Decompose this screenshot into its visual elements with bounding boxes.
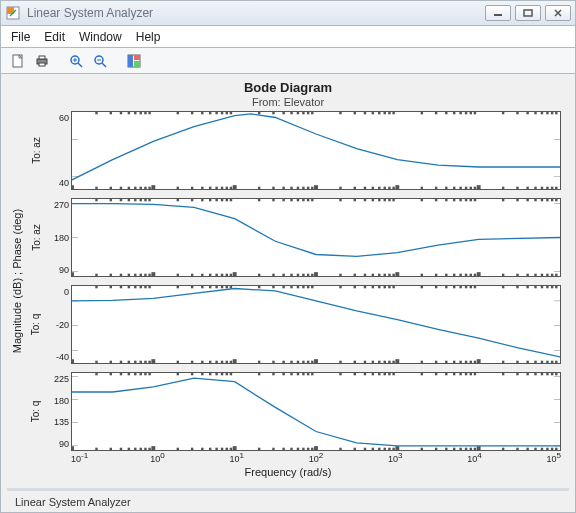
y-ticks: 6040 [45, 111, 71, 190]
y-ticks: 22518013590 [45, 372, 71, 451]
window-title: Linear System Analyzer [27, 6, 479, 20]
chart-panel: To: az27018090 [27, 198, 561, 277]
plot-panel[interactable] [71, 285, 561, 364]
panel-row-label: To: q [27, 372, 45, 451]
titlebar: Linear System Analyzer [0, 0, 576, 26]
svg-rect-7 [39, 63, 45, 66]
y-ticks: 0-20-40 [45, 285, 71, 364]
chart-title: Bode Diagram [7, 80, 569, 95]
chart-panel: To: q22518013590 [27, 372, 561, 451]
layout-button[interactable] [123, 50, 145, 72]
svg-rect-6 [39, 56, 45, 59]
plot-panel[interactable] [71, 372, 561, 451]
statusbar: Linear System Analyzer [7, 488, 569, 512]
chart-subtitle: From: Elevator [7, 96, 569, 108]
zoom-in-button[interactable] [65, 50, 87, 72]
minimize-button[interactable] [485, 5, 511, 21]
menubar: File Edit Window Help [0, 26, 576, 48]
chart-panel: To: q0-20-40 [27, 285, 561, 364]
panel-row-label: To: az [27, 198, 45, 277]
x-axis-label: Frequency (rad/s) [7, 466, 569, 478]
y-ticks: 27018090 [45, 198, 71, 277]
panel-row-label: To: q [27, 285, 45, 364]
plot-area[interactable]: Bode Diagram From: Elevator Magnitude (d… [7, 80, 569, 488]
close-button[interactable] [545, 5, 571, 21]
menu-edit[interactable]: Edit [44, 30, 65, 44]
svg-rect-13 [134, 61, 140, 67]
menu-help[interactable]: Help [136, 30, 161, 44]
maximize-button[interactable] [515, 5, 541, 21]
toolbar [0, 48, 576, 74]
svg-rect-2 [494, 14, 502, 16]
menu-file[interactable]: File [11, 30, 30, 44]
content-area: Bode Diagram From: Elevator Magnitude (d… [0, 74, 576, 513]
status-text: Linear System Analyzer [15, 496, 131, 508]
plot-panel[interactable] [71, 111, 561, 190]
new-button[interactable] [7, 50, 29, 72]
zoom-out-button[interactable] [89, 50, 111, 72]
menu-window[interactable]: Window [79, 30, 122, 44]
app-icon [5, 5, 21, 21]
y-axis-label: Magnitude (dB) ; Phase (deg) [7, 111, 27, 451]
panel-row-label: To: az [27, 111, 45, 190]
chart-panel: To: az6040 [27, 111, 561, 190]
svg-rect-11 [128, 55, 133, 67]
plot-panel[interactable] [71, 198, 561, 277]
svg-rect-3 [524, 10, 532, 16]
svg-rect-12 [134, 55, 140, 60]
x-ticks: 10-1100101102103104105 [7, 451, 569, 464]
print-button[interactable] [31, 50, 53, 72]
